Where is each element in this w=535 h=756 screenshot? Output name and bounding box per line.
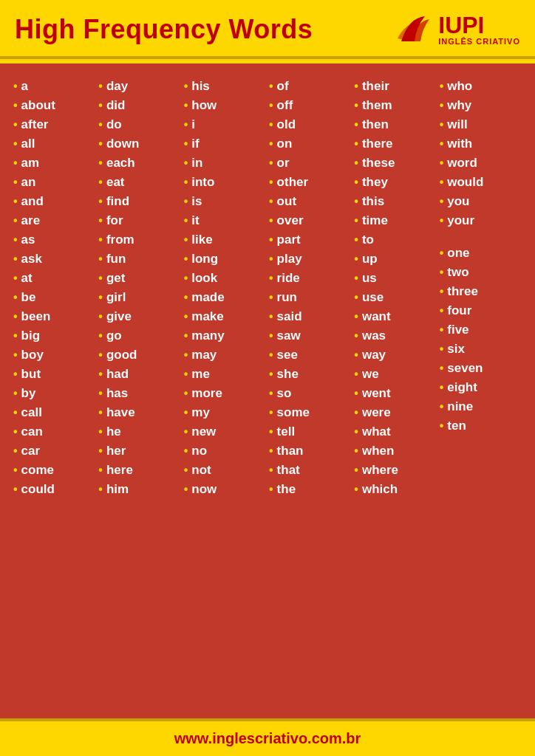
list-item: •six <box>440 340 522 359</box>
list-item: •look <box>184 269 266 288</box>
bullet-icon: • <box>354 445 358 457</box>
bullet-icon: • <box>184 157 188 169</box>
word-label: like <box>191 233 212 247</box>
list-item: •in <box>184 154 266 173</box>
list-item: •go <box>98 326 180 346</box>
bullet-icon: • <box>13 157 18 169</box>
bullet-icon: • <box>98 330 103 342</box>
word-label: each <box>106 156 135 171</box>
list-item: •by <box>13 384 95 403</box>
word-label: when <box>362 444 394 458</box>
list-item: •boy <box>13 346 95 365</box>
bullet-icon: • <box>440 420 444 432</box>
word-label: want <box>362 309 391 324</box>
list-item: •she <box>269 365 351 384</box>
word-label: may <box>191 348 217 362</box>
list-item: •be <box>13 288 95 307</box>
bullet-icon: • <box>440 119 444 131</box>
bullet-icon: • <box>440 80 444 92</box>
word-label: girl <box>106 290 126 305</box>
list-item: •eight <box>440 378 522 397</box>
bullet-icon: • <box>13 100 18 111</box>
word-label: of <box>277 79 289 94</box>
word-label: make <box>191 309 223 324</box>
word-label: did <box>106 98 126 113</box>
bullet-icon: • <box>354 330 358 342</box>
bullet-icon: • <box>13 445 18 457</box>
bullet-icon: • <box>13 215 18 227</box>
word-label: in <box>191 156 202 171</box>
bullet-icon: • <box>440 362 444 374</box>
bullet-icon: • <box>184 349 188 361</box>
list-item: •her <box>98 441 180 461</box>
list-item: •time <box>354 211 436 230</box>
list-item: •all <box>13 134 95 154</box>
word-column-6: •who•why•will•with•word•would•you•your•o… <box>440 77 522 499</box>
bullet-icon: • <box>184 215 188 227</box>
bullet-icon: • <box>269 464 273 476</box>
list-item: •ten <box>440 416 522 436</box>
bullet-icon: • <box>184 234 188 246</box>
bullet-icon: • <box>98 426 103 438</box>
list-item: •or <box>269 154 351 173</box>
word-label: how <box>191 98 217 113</box>
bullet-icon: • <box>184 445 188 457</box>
bullet-icon: • <box>98 234 103 246</box>
bullet-icon: • <box>13 484 18 495</box>
word-label: big <box>21 329 41 343</box>
word-label: three <box>447 284 478 299</box>
page-title: High Frequency Words <box>15 14 313 45</box>
list-item: •way <box>354 346 436 365</box>
word-label: about <box>21 98 55 113</box>
word-label: were <box>362 405 391 420</box>
bullet-icon: • <box>184 311 188 323</box>
bullet-icon: • <box>354 368 358 380</box>
list-item: •may <box>184 346 266 365</box>
bullet-icon: • <box>354 119 358 131</box>
word-label: the <box>277 482 296 497</box>
bullet-icon: • <box>440 247 444 259</box>
bullet-icon: • <box>440 401 444 413</box>
word-label: at <box>21 271 33 286</box>
bullet-icon: • <box>184 426 188 438</box>
bullet-icon: • <box>184 292 188 303</box>
list-item: •you <box>440 192 522 211</box>
bullet-icon: • <box>13 176 18 188</box>
word-label: up <box>362 252 378 267</box>
bullet-icon: • <box>184 330 188 342</box>
list-item: •why <box>440 96 522 115</box>
bullet-icon: • <box>269 138 273 150</box>
bullet-icon: • <box>440 382 444 394</box>
word-label: than <box>277 444 304 458</box>
word-label: with <box>447 137 472 151</box>
word-label: play <box>277 252 302 267</box>
word-label: ask <box>21 252 42 267</box>
list-item: •and <box>13 192 95 211</box>
bullet-icon: • <box>440 267 444 278</box>
list-item: •big <box>13 326 95 346</box>
bullet-icon: • <box>98 119 103 131</box>
word-label: after <box>21 117 49 132</box>
word-label: and <box>21 194 44 209</box>
list-item: •at <box>13 269 95 288</box>
word-label: am <box>21 156 40 171</box>
bullet-icon: • <box>184 484 188 495</box>
bullet-icon: • <box>13 80 18 92</box>
bullet-icon: • <box>440 196 444 207</box>
word-label: out <box>277 194 296 209</box>
bullet-icon: • <box>269 388 273 399</box>
word-label: ride <box>277 271 300 286</box>
bullet-icon: • <box>13 196 18 207</box>
bullet-icon: • <box>98 368 103 380</box>
word-label: do <box>106 117 122 132</box>
list-item: •there <box>354 134 436 154</box>
list-item: •for <box>98 211 180 230</box>
list-item: •these <box>354 154 436 173</box>
list-item: •than <box>269 441 351 461</box>
list-item: •was <box>354 326 436 346</box>
list-item: •off <box>269 96 351 115</box>
bullet-icon: • <box>184 176 188 188</box>
bullet-icon: • <box>269 80 273 92</box>
list-item: •a <box>13 77 95 96</box>
word-label: this <box>362 194 384 209</box>
